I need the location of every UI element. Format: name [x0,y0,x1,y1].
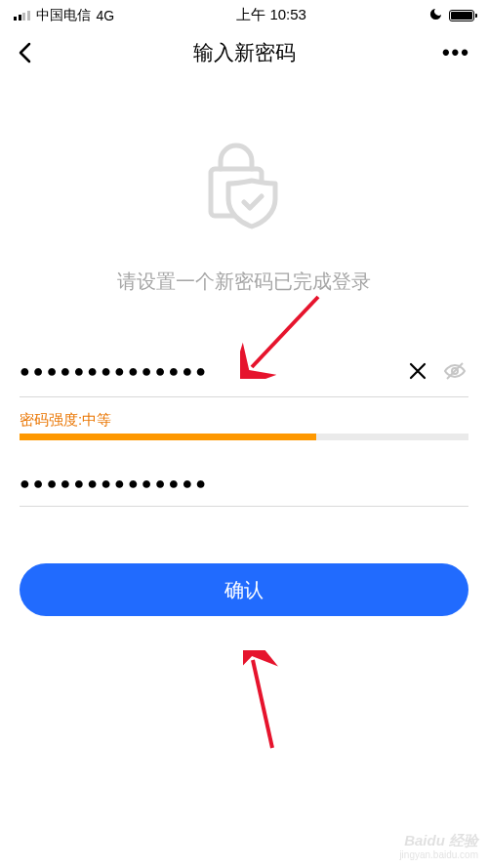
watermark: Baidu 经验 jingyan.baidu.com [399,832,478,860]
nav-bar: 输入新密码 ••• [0,28,488,79]
strength-fill [20,434,316,440]
subtitle: 请设置一个新密码已完成登录 [0,269,488,295]
lock-shield-icon [195,138,293,231]
watermark-main: Baidu 经验 [399,832,478,848]
annotation-arrow-2 [243,650,311,758]
dnd-icon [428,7,443,24]
back-button[interactable] [18,38,47,67]
more-button[interactable]: ••• [441,40,470,65]
confirm-button[interactable]: 确认 [20,563,468,616]
battery-icon [449,10,474,21]
network-label: 4G [97,8,115,23]
watermark-sub: jingyan.baidu.com [399,849,478,861]
status-left: 中国电信 4G [14,7,114,24]
page-title: 输入新密码 [47,39,441,66]
password-field-2 [20,462,468,507]
clear-button[interactable] [404,357,431,385]
status-bar: 中国电信 4G 上午 10:53 [0,0,488,28]
carrier-label: 中国电信 [36,7,91,24]
close-icon [408,361,427,381]
svg-line-6 [253,660,272,748]
chevron-left-icon [18,42,31,63]
status-time: 上午 10:53 [236,6,306,24]
password-field-1 [20,346,468,397]
password-input-1[interactable] [20,361,394,382]
eye-off-icon [443,359,467,383]
strength-label: 密码强度:中等 [20,411,468,430]
status-right [428,7,474,24]
password-strength: 密码强度:中等 [20,411,468,440]
password-form: 密码强度:中等 [0,346,488,507]
password-input-2[interactable] [20,474,468,494]
toggle-visibility-button[interactable] [441,357,468,385]
strength-bar [20,434,468,440]
lock-illustration [0,138,488,235]
signal-icon [14,11,30,21]
